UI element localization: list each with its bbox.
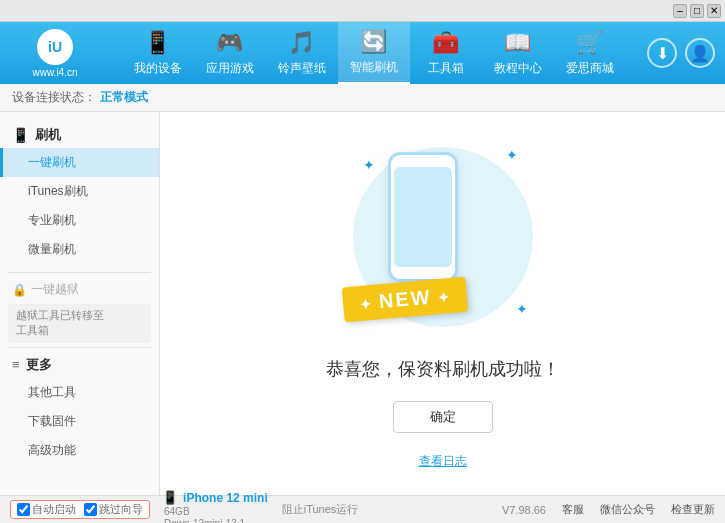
nav-toolbox-label: 工具箱 bbox=[428, 60, 464, 77]
main-layout: 📱 刷机 一键刷机 iTunes刷机 专业刷机 微量刷机 🔒 一键越狱 越狱工具… bbox=[0, 112, 725, 495]
device-block: 📱 iPhone 12 mini 64GB Down-12mini-13,1 bbox=[162, 490, 268, 523]
nav-toolbox[interactable]: 🧰 工具箱 bbox=[410, 22, 482, 84]
nav-ringtones[interactable]: 🎵 铃声壁纸 bbox=[266, 22, 338, 84]
phone-device bbox=[388, 152, 458, 282]
check-update-btn[interactable]: 检查更新 bbox=[671, 502, 715, 517]
auto-launch-checkbox[interactable] bbox=[17, 503, 30, 516]
nav-my-device-label: 我的设备 bbox=[134, 60, 182, 77]
bottom-bar: 自动启动 跳过向导 📱 iPhone 12 mini 64GB Down-12m… bbox=[0, 495, 725, 523]
nav-apps-games[interactable]: 🎮 应用游戏 bbox=[194, 22, 266, 84]
logo-icon: iU bbox=[37, 29, 73, 65]
ringtones-icon: 🎵 bbox=[288, 30, 315, 56]
nav-apps-games-label: 应用游戏 bbox=[206, 60, 254, 77]
status-label: 设备连接状态： bbox=[12, 89, 96, 106]
skip-wizard-checkbox[interactable] bbox=[84, 503, 97, 516]
download-btn[interactable]: ⬇ bbox=[647, 38, 677, 68]
nav-right: ⬇ 👤 bbox=[647, 38, 715, 68]
sidebar-item-micro[interactable]: 微量刷机 bbox=[0, 235, 159, 264]
close-btn[interactable]: ✕ bbox=[707, 4, 721, 18]
lock-icon: 🔒 bbox=[12, 283, 27, 297]
nav-tutorials[interactable]: 📖 教程中心 bbox=[482, 22, 554, 84]
sparkle-br-icon: ✦ bbox=[516, 301, 528, 317]
phone-illustration: ✦ ✦ ✦ NEW bbox=[333, 137, 553, 337]
sidebar-divider-1 bbox=[8, 272, 151, 273]
view-log-link[interactable]: 查看日志 bbox=[419, 453, 467, 470]
skip-wizard-label: 跳过向导 bbox=[99, 502, 143, 517]
nav-ringtones-label: 铃声壁纸 bbox=[278, 60, 326, 77]
logo-text: www.i4.cn bbox=[32, 67, 77, 78]
nav-tutorials-label: 教程中心 bbox=[494, 60, 542, 77]
tutorials-icon: 📖 bbox=[504, 30, 531, 56]
flash-section-label: 刷机 bbox=[35, 126, 61, 144]
sidebar-section-flash: 📱 刷机 一键刷机 iTunes刷机 专业刷机 微量刷机 bbox=[0, 118, 159, 268]
checkbox-group: 自动启动 跳过向导 bbox=[10, 500, 150, 519]
auto-launch-checkbox-label[interactable]: 自动启动 bbox=[17, 502, 76, 517]
auto-launch-label: 自动启动 bbox=[32, 502, 76, 517]
sidebar-item-other-tools[interactable]: 其他工具 bbox=[0, 378, 159, 407]
version-text: V7.98.66 bbox=[502, 504, 546, 516]
device-firmware: Down-12mini-13,1 bbox=[164, 518, 245, 523]
confirm-button[interactable]: 确定 bbox=[393, 401, 493, 433]
nav-mall-label: 爱思商城 bbox=[566, 60, 614, 77]
sidebar-divider-2 bbox=[8, 347, 151, 348]
sparkle-tl-icon: ✦ bbox=[363, 157, 375, 173]
status-bar: 设备连接状态： 正常模式 bbox=[0, 84, 725, 112]
sidebar-item-download-fw[interactable]: 下载固件 bbox=[0, 407, 159, 436]
sidebar-item-one-click[interactable]: 一键刷机 bbox=[0, 148, 159, 177]
user-btn[interactable]: 👤 bbox=[685, 38, 715, 68]
more-section-icon: ≡ bbox=[12, 357, 20, 372]
minimize-btn[interactable]: – bbox=[673, 4, 687, 18]
nav-smart-flash-label: 智能刷机 bbox=[350, 59, 398, 76]
sidebar-flash-header: 📱 刷机 bbox=[0, 122, 159, 148]
phone-screen bbox=[394, 167, 452, 267]
nav-items: 📱 我的设备 🎮 应用游戏 🎵 铃声壁纸 🔄 智能刷机 🧰 工具箱 📖 教程中心… bbox=[100, 22, 647, 84]
my-device-icon: 📱 bbox=[144, 30, 171, 56]
bottom-left: 自动启动 跳过向导 📱 iPhone 12 mini 64GB Down-12m… bbox=[10, 490, 358, 523]
smart-flash-icon: 🔄 bbox=[360, 29, 387, 55]
skip-wizard-checkbox-label[interactable]: 跳过向导 bbox=[84, 502, 143, 517]
customer-service-btn[interactable]: 客服 bbox=[562, 502, 584, 517]
success-message: 恭喜您，保资料刷机成功啦！ bbox=[326, 357, 560, 381]
status-value: 正常模式 bbox=[100, 89, 148, 106]
logo-area: iU www.i4.cn bbox=[10, 29, 100, 78]
wechat-official-btn[interactable]: 微信公众号 bbox=[600, 502, 655, 517]
sidebar-item-advanced[interactable]: 高级功能 bbox=[0, 436, 159, 465]
mall-icon: 🛒 bbox=[576, 30, 603, 56]
content-area: ✦ ✦ ✦ NEW 恭喜您，保资料刷机成功啦！ 确定 查看日志 bbox=[160, 112, 725, 495]
nav-mall[interactable]: 🛒 爱思商城 bbox=[554, 22, 626, 84]
nav-smart-flash[interactable]: 🔄 智能刷机 bbox=[338, 22, 410, 84]
apps-games-icon: 🎮 bbox=[216, 30, 243, 56]
top-nav: iU www.i4.cn 📱 我的设备 🎮 应用游戏 🎵 铃声壁纸 🔄 智能刷机… bbox=[0, 22, 725, 84]
toolbox-icon: 🧰 bbox=[432, 30, 459, 56]
bottom-right: V7.98.66 客服 微信公众号 检查更新 bbox=[502, 502, 715, 517]
sidebar-more-header: ≡ 更多 bbox=[0, 352, 159, 378]
sidebar: 📱 刷机 一键刷机 iTunes刷机 专业刷机 微量刷机 🔒 一键越狱 越狱工具… bbox=[0, 112, 160, 495]
device-name: iPhone 12 mini bbox=[183, 491, 268, 505]
title-bar: – □ ✕ bbox=[0, 0, 725, 22]
phone-small-icon: 📱 bbox=[162, 490, 178, 505]
sidebar-item-pro[interactable]: 专业刷机 bbox=[0, 206, 159, 235]
nav-my-device[interactable]: 📱 我的设备 bbox=[122, 22, 194, 84]
sparkle-tr-icon: ✦ bbox=[506, 147, 518, 163]
sidebar-jailbreak-note: 越狱工具已转移至工具箱 bbox=[8, 304, 151, 343]
itunes-status: 阻止iTunes运行 bbox=[282, 502, 359, 517]
more-section-label: 更多 bbox=[26, 356, 52, 374]
sidebar-item-itunes[interactable]: iTunes刷机 bbox=[0, 177, 159, 206]
flash-section-icon: 📱 bbox=[12, 127, 29, 143]
maximize-btn[interactable]: □ bbox=[690, 4, 704, 18]
device-storage: 64GB bbox=[164, 506, 190, 517]
sidebar-locked: 🔒 一键越狱 bbox=[0, 277, 159, 302]
